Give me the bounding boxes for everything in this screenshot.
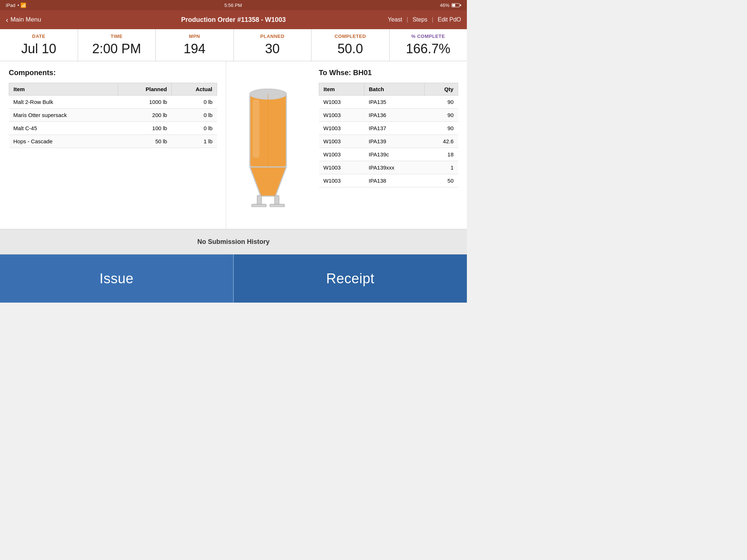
sep1: | xyxy=(407,16,408,23)
components-table: Item Planned Actual Malt 2-Row Bulk 1000… xyxy=(9,83,217,148)
stat-time: TIME 2:00 PM xyxy=(78,29,156,61)
edit-pdo-button[interactable]: Edit PdO xyxy=(438,16,461,23)
back-button[interactable]: ‹ Main Menu xyxy=(6,16,41,24)
comp-planned: 1000 lb xyxy=(118,96,171,109)
stat-pct-complete: % COMPLETE 166.7% xyxy=(390,29,467,61)
stat-date-label: DATE xyxy=(6,34,72,39)
batch-qty: 42.6 xyxy=(424,135,458,148)
batch-item: W1003 xyxy=(319,161,364,174)
stat-planned-label: PLANNED xyxy=(240,34,306,39)
wifi-icon: • 📶 xyxy=(18,3,26,8)
batch-qty: 90 xyxy=(424,109,458,122)
comp-planned: 100 lb xyxy=(118,122,171,135)
warehouse-title: To Whse: BH01 xyxy=(319,69,458,77)
batch-row: W1003 IPA136 90 xyxy=(319,109,458,122)
status-time: 5:56 PM xyxy=(224,3,242,8)
batch-qty: 18 xyxy=(424,148,458,161)
history-text: No Submission History xyxy=(197,238,270,246)
batch-item: W1003 xyxy=(319,122,364,135)
nav-actions: Yeast | Steps | Edit PdO xyxy=(388,16,461,23)
status-bar: iPad • 📶 5:56 PM 46% xyxy=(0,0,467,10)
stat-planned: PLANNED 30 xyxy=(234,29,312,61)
batch-name: IPA139xxx xyxy=(364,161,424,174)
batch-item: W1003 xyxy=(319,148,364,161)
stat-pct-label: % COMPLETE xyxy=(395,34,461,39)
stat-planned-value: 30 xyxy=(240,41,306,57)
comp-item: Malt C-45 xyxy=(9,122,118,135)
stat-completed-value: 50.0 xyxy=(317,41,383,57)
component-row: Maris Otter supersack 200 lb 0 lb xyxy=(9,109,217,122)
batch-row: W1003 IPA139xxx 1 xyxy=(319,161,458,174)
comp-item: Hops - Cascade xyxy=(9,135,118,148)
batch-name: IPA139 xyxy=(364,135,424,148)
yeast-button[interactable]: Yeast xyxy=(388,16,402,23)
main-content: Components: Item Planned Actual Malt 2-R… xyxy=(0,61,467,229)
col-planned-header: Planned xyxy=(118,83,171,96)
back-chevron-icon: ‹ xyxy=(6,16,8,24)
stat-mpn: MPN 194 xyxy=(156,29,234,61)
batch-item: W1003 xyxy=(319,109,364,122)
comp-planned: 200 lb xyxy=(118,109,171,122)
batch-name: IPA136 xyxy=(364,109,424,122)
stat-mpn-label: MPN xyxy=(162,34,228,39)
stats-bar: DATE Jul 10 TIME 2:00 PM MPN 194 PLANNED… xyxy=(0,29,467,61)
stat-mpn-value: 194 xyxy=(162,41,228,57)
battery-label: 46% xyxy=(440,3,449,8)
batch-qty: 90 xyxy=(424,122,458,135)
component-row: Malt C-45 100 lb 0 lb xyxy=(9,122,217,135)
comp-actual: 1 lb xyxy=(171,135,217,148)
stat-time-value: 2:00 PM xyxy=(84,41,150,57)
svg-rect-6 xyxy=(252,204,266,207)
batch-row: W1003 IPA138 50 xyxy=(319,174,458,187)
batch-qty: 90 xyxy=(424,96,458,109)
batch-name: IPA138 xyxy=(364,174,424,187)
col-item-header: Item xyxy=(9,83,118,96)
batch-qty: 1 xyxy=(424,161,458,174)
stat-completed-label: COMPLETED xyxy=(317,34,383,39)
nav-bar: ‹ Main Menu Production Order #11358 - W1… xyxy=(0,10,467,29)
comp-item: Malt 2-Row Bulk xyxy=(9,96,118,109)
batch-name: IPA139c xyxy=(364,148,424,161)
batch-item: W1003 xyxy=(319,174,364,187)
stat-date: DATE Jul 10 xyxy=(0,29,78,61)
batch-qty: 50 xyxy=(424,174,458,187)
comp-planned: 50 lb xyxy=(118,135,171,148)
fermenter-panel xyxy=(226,61,310,229)
warehouse-panel: To Whse: BH01 Item Batch Qty W1003 IPA13… xyxy=(310,61,467,229)
batch-row: W1003 IPA139 42.6 xyxy=(319,135,458,148)
batch-item: W1003 xyxy=(319,135,364,148)
components-title: Components: xyxy=(9,69,217,77)
bottom-actions: Issue Receipt xyxy=(0,254,467,303)
components-panel: Components: Item Planned Actual Malt 2-R… xyxy=(0,61,226,229)
stat-date-value: Jul 10 xyxy=(6,41,72,57)
comp-actual: 0 lb xyxy=(171,122,217,135)
col-actual-header: Actual xyxy=(171,83,217,96)
comp-item: Maris Otter supersack xyxy=(9,109,118,122)
batches-table: Item Batch Qty W1003 IPA135 90 W1003 IPA… xyxy=(319,83,458,187)
batch-name: IPA135 xyxy=(364,96,424,109)
nav-title: Production Order #11358 - W1003 xyxy=(181,16,286,24)
component-row: Malt 2-Row Bulk 1000 lb 0 lb xyxy=(9,96,217,109)
steps-button[interactable]: Steps xyxy=(413,16,427,23)
batch-name: IPA137 xyxy=(364,122,424,135)
battery-icon xyxy=(452,3,461,7)
history-section: No Submission History xyxy=(0,229,467,254)
batch-row: W1003 IPA137 90 xyxy=(319,122,458,135)
status-left: iPad • 📶 xyxy=(6,3,26,8)
fermenter-illustration xyxy=(243,83,294,207)
comp-actual: 0 lb xyxy=(171,109,217,122)
batch-row: W1003 IPA139c 18 xyxy=(319,148,458,161)
stat-pct-value: 166.7% xyxy=(395,41,461,57)
status-right: 46% xyxy=(440,3,461,8)
svg-rect-7 xyxy=(270,204,285,207)
receipt-button[interactable]: Receipt xyxy=(234,254,467,303)
batch-row: W1003 IPA135 90 xyxy=(319,96,458,109)
component-row: Hops - Cascade 50 lb 1 lb xyxy=(9,135,217,148)
batch-col-qty-header: Qty xyxy=(424,83,458,96)
stat-time-label: TIME xyxy=(84,34,150,39)
issue-button[interactable]: Issue xyxy=(0,254,234,303)
back-label[interactable]: Main Menu xyxy=(11,16,41,23)
sep2: | xyxy=(432,16,433,23)
batch-col-item-header: Item xyxy=(319,83,364,96)
svg-rect-9 xyxy=(253,100,259,158)
